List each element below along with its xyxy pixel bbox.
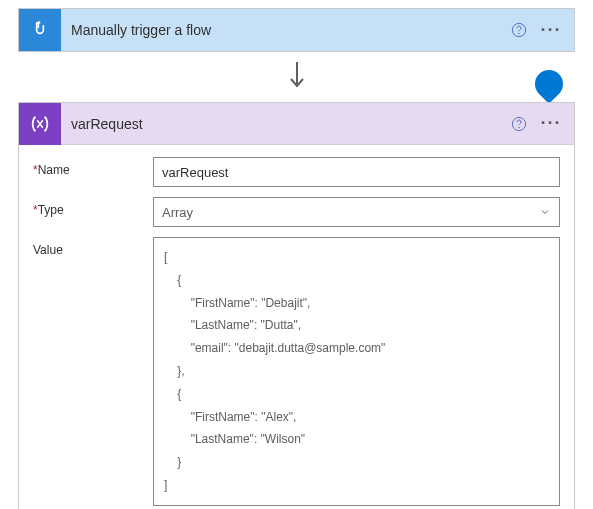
row-name: *Name [33,157,560,187]
name-input[interactable] [153,157,560,187]
action-title: varRequest [61,116,504,132]
trigger-title: Manually trigger a flow [61,22,504,38]
variable-icon [19,103,61,145]
manual-trigger-icon [19,9,61,51]
label-value: Value [33,237,153,257]
value-textarea[interactable]: [ { "FirstName": "Debajit", "LastName": … [153,237,560,506]
action-header[interactable]: varRequest ··· [19,103,574,145]
flow-checker-indicator-icon[interactable] [529,64,569,104]
chevron-down-icon [539,206,551,218]
action-actions: ··· [504,109,566,139]
svg-point-4 [512,117,525,130]
row-type: *Type Array [33,197,560,227]
svg-point-1 [512,23,525,36]
svg-point-5 [519,127,520,128]
more-icon[interactable]: ··· [536,109,566,139]
trigger-actions: ··· [504,15,566,45]
type-selected-value: Array [162,205,193,220]
svg-point-2 [519,33,520,34]
trigger-header[interactable]: Manually trigger a flow ··· [19,9,574,51]
action-card[interactable]: varRequest ··· *Name [18,102,575,509]
help-icon[interactable] [504,109,534,139]
trigger-card[interactable]: Manually trigger a flow ··· [18,8,575,52]
more-icon[interactable]: ··· [536,15,566,45]
svg-point-0 [39,22,40,23]
type-select[interactable]: Array [153,197,560,227]
label-type: *Type [33,197,153,217]
label-name: *Name [33,157,153,177]
action-body: *Name *Type Array Value [19,145,574,509]
row-value: Value [ { "FirstName": "Debajit", "LastN… [33,237,560,506]
connector-arrow [0,60,593,94]
help-icon[interactable] [504,15,534,45]
